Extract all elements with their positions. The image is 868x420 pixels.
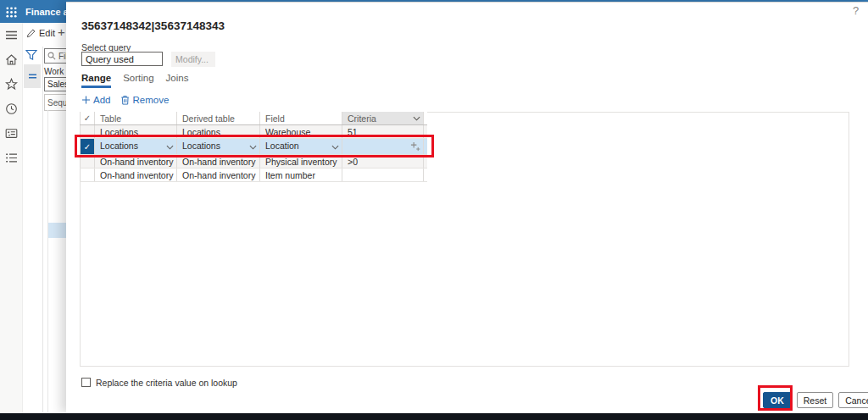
modify-button-label: Modify... [175,54,209,64]
search-icon [47,52,56,60]
chevron-down-icon [331,145,339,150]
trash-icon [120,95,130,105]
pencil-icon [26,28,36,38]
dialog-title: 35637148342|35637148343 [81,19,225,32]
grid-action-bar: Add Remove [81,95,169,105]
funnel-plus-lookup-icon[interactable] [410,141,420,152]
criteria-grid: ✓ Table Derived table Field Criteria Loc… [80,112,849,367]
home-icon[interactable] [5,53,18,66]
tab-range[interactable]: Range [81,73,111,88]
column-header-criteria-label: Criteria [348,113,376,124]
reset-button[interactable]: Reset [797,392,833,408]
column-header-field[interactable]: Field [259,112,342,124]
workspaces-icon[interactable] [5,127,18,140]
app-launcher-icon[interactable] [6,6,17,17]
cell-table[interactable]: Locations [94,125,177,138]
cell-table-dropdown[interactable]: Locations [94,139,177,154]
query-filter-dialog: ? 35637148342|35637148343 Select query M… [66,2,868,413]
column-header-criteria[interactable]: Criteria [342,112,424,124]
background-selected-row[interactable] [48,223,66,238]
dialog-tabs: Range Sorting Joins [81,73,188,88]
equals-icon [28,73,37,80]
cell-table[interactable]: On-hand inventory [94,155,177,168]
table-header-row: ✓ Table Derived table Field Criteria [80,112,427,125]
chevron-down-icon [413,116,420,121]
row-checkbox[interactable] [80,169,95,181]
hamburger-menu-icon[interactable] [5,29,18,41]
select-all-header[interactable]: ✓ [80,112,95,124]
criteria-table: ✓ Table Derived table Field Criteria Loc… [80,112,427,182]
replace-criteria-label: Replace the criteria value on lookup [96,378,237,388]
cell-criteria[interactable] [342,169,424,181]
cell-field-dropdown[interactable]: Location [259,139,342,154]
favorites-star-icon[interactable] [5,78,18,91]
cell-derived-table[interactable]: On-hand inventory [176,169,260,181]
filter-funnel-icon[interactable] [25,49,37,61]
help-icon[interactable]: ? [853,4,859,17]
work-field-label: Work [44,67,64,76]
cell-field[interactable]: Warehouse [259,125,342,138]
edit-button[interactable]: Edit [26,28,55,38]
table-row-selected[interactable]: ✓ Locations Locations Location [80,139,427,155]
chevron-down-icon [166,145,174,150]
cell-field[interactable]: Physical inventory [259,155,342,168]
cell-table-value: Locations [100,141,138,151]
cell-derived-table[interactable]: Locations [176,125,260,138]
table-row[interactable]: On-hand inventory On-hand inventory Phys… [80,155,427,169]
edit-button-label: Edit [39,28,55,38]
cancel-button[interactable]: Cancel [838,392,868,408]
chevron-down-icon [249,145,257,150]
recent-clock-icon[interactable] [5,102,18,115]
cell-field[interactable]: Item number [259,169,342,181]
table-row[interactable]: Locations Locations Warehouse 51 [80,125,427,139]
cell-derived-table-dropdown[interactable]: Locations [176,139,260,154]
app-title: Finance and [25,7,66,17]
panel-divider [47,110,48,412]
cell-criteria-input[interactable] [342,139,424,154]
table-row[interactable]: On-hand inventory On-hand inventory Item… [80,169,427,182]
modules-list-icon[interactable] [5,152,18,164]
cell-derived-table[interactable]: On-hand inventory [176,155,260,168]
dialog-footer-buttons: OK Reset Cancel [763,392,868,408]
replace-criteria-checkbox[interactable] [81,378,91,387]
plus-icon [81,95,91,105]
row-checkbox[interactable] [80,155,95,168]
replace-criteria-option: Replace the criteria value on lookup [81,378,237,388]
tab-joins[interactable]: Joins [166,73,189,88]
add-row-label: Add [93,95,110,105]
ok-button[interactable]: OK [763,392,792,408]
left-nav-rail [0,23,23,413]
bottom-bar [0,413,868,420]
remove-row-button[interactable]: Remove [120,95,169,105]
panel-divider [42,47,43,412]
cell-criteria[interactable]: 51 [342,125,424,138]
cell-criteria[interactable]: >0 [342,155,424,168]
column-header-derived-table[interactable]: Derived table [176,112,260,124]
row-checkbox-checked[interactable]: ✓ [80,139,95,154]
screen: Finance and [0,0,868,420]
column-header-table[interactable]: Table [94,112,177,124]
modify-button[interactable]: Modify... [171,52,215,67]
select-query-input[interactable] [81,52,163,66]
filter-pane-tab[interactable] [24,64,41,88]
toolbar-add-button[interactable]: + [58,25,65,39]
cell-derived-value: Locations [182,141,220,151]
add-row-button[interactable]: Add [81,95,110,105]
remove-row-label: Remove [132,95,169,105]
cell-table[interactable]: On-hand inventory [94,169,177,181]
tab-sorting[interactable]: Sorting [123,73,153,88]
row-checkbox[interactable] [80,125,95,138]
cell-field-value: Location [265,141,299,151]
